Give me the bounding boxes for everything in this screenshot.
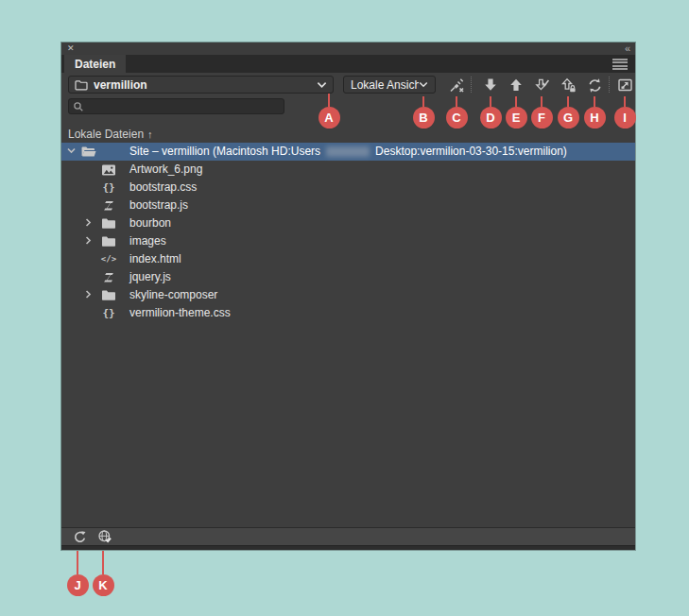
- panel-menu-icon[interactable]: [612, 59, 628, 70]
- arrow-up-filled-icon: [508, 77, 524, 93]
- close-icon[interactable]: ✕: [67, 44, 75, 53]
- annotation-marker-f: F: [531, 107, 553, 128]
- toolbar: vermillion Lokale Ansicht: [61, 73, 635, 97]
- annotation-line-i: [624, 96, 626, 107]
- annotation-line-k: [102, 551, 104, 574]
- annotation-line-e: [515, 96, 517, 107]
- css-file-icon: {}: [100, 180, 117, 196]
- file-row[interactable]: jquery.js: [61, 268, 635, 286]
- collapse-panel-icon[interactable]: «: [625, 44, 629, 53]
- file-row[interactable]: bourbon: [61, 214, 635, 232]
- search-icon: [73, 101, 84, 112]
- folder-icon: [100, 233, 117, 249]
- chevron-down-icon: [317, 81, 327, 89]
- panel-title-strip: ✕ «: [61, 43, 635, 55]
- site-root-label: Site – vermillion (Macintosh HD:UsersDes…: [129, 143, 567, 161]
- file-row[interactable]: Artwork_6.png: [61, 161, 635, 179]
- file-name: images: [129, 232, 166, 250]
- folder-icon: [75, 79, 88, 91]
- tab-dateien[interactable]: Dateien: [64, 55, 126, 73]
- file-row[interactable]: {}bootstrap.css: [61, 179, 635, 197]
- status-bar: [61, 527, 635, 545]
- annotation-marker-c: C: [446, 107, 468, 128]
- local-files-label: Lokale Dateien: [68, 128, 144, 141]
- view-select-dropdown[interactable]: Lokale Ansicht: [343, 76, 436, 94]
- folder-open-icon: [80, 144, 97, 160]
- chevron-down-icon[interactable]: [66, 145, 78, 158]
- arrow-down-filled-icon: [483, 77, 498, 93]
- annotation-line-f: [541, 96, 543, 107]
- js-file-icon: [100, 269, 117, 285]
- file-name: bourbon: [129, 214, 171, 232]
- put-files-button[interactable]: [507, 76, 525, 94]
- file-row[interactable]: {}vermilion-theme.css: [61, 304, 635, 322]
- annotation-marker-d: D: [480, 107, 502, 128]
- folder-icon: [100, 215, 117, 231]
- annotation-line-h: [594, 96, 595, 107]
- arrow-down-check-icon: [534, 77, 550, 94]
- annotation-line-c: [456, 96, 457, 107]
- check-out-files-button[interactable]: [532, 76, 551, 94]
- annotation-line-d: [490, 96, 491, 107]
- screenshot-stage: ✕ « Dateien vermillion Lokale Ansicht: [0, 0, 689, 616]
- refresh-button[interactable]: [71, 529, 88, 544]
- file-name: skyline-composer: [129, 286, 217, 304]
- connect-server-x-icon: [448, 77, 466, 94]
- view-select-value: Lokale Ansicht: [351, 78, 419, 92]
- tab-bar: Dateien: [61, 55, 635, 73]
- annotation-marker-e: E: [506, 107, 527, 128]
- image-file-icon: [100, 162, 117, 178]
- annotation-marker-i: I: [614, 107, 636, 128]
- js-file-icon: [100, 197, 117, 214]
- annotation-line-j: [77, 551, 78, 574]
- expand-panel-icon: [617, 77, 633, 93]
- file-row[interactable]: skyline-composer: [61, 286, 635, 304]
- annotation-marker-b: B: [413, 107, 435, 128]
- redacted-username: [326, 146, 370, 157]
- site-root-row[interactable]: Site – vermillion (Macintosh HD:UsersDes…: [61, 143, 635, 161]
- panel-resize-strip: [61, 545, 635, 550]
- annotation-line-a: [328, 94, 330, 107]
- chevron-right-icon[interactable]: [83, 289, 95, 301]
- search-field[interactable]: [68, 98, 284, 114]
- get-files-button[interactable]: [481, 76, 500, 94]
- check-in-files-button[interactable]: [559, 76, 577, 94]
- file-name: index.html: [129, 250, 181, 268]
- annotation-marker-k: K: [93, 574, 114, 596]
- file-name: Artwork_6.png: [129, 161, 202, 179]
- refresh-icon: [73, 530, 87, 544]
- file-name: jquery.js: [129, 268, 171, 286]
- globe-check-icon: [97, 529, 113, 544]
- annotation-marker-a: A: [319, 107, 340, 128]
- file-name: bootstrap.js: [129, 197, 188, 214]
- file-row[interactable]: images: [61, 232, 635, 250]
- file-tree: Site – vermillion (Macintosh HD:UsersDes…: [61, 143, 635, 527]
- site-log-button[interactable]: [96, 529, 113, 544]
- chevron-right-icon[interactable]: [83, 235, 95, 248]
- site-select-dropdown[interactable]: vermillion: [68, 76, 334, 94]
- sync-arrows-icon: [587, 77, 603, 94]
- html-file-icon: </>: [100, 251, 117, 267]
- toolbar-separator: [609, 77, 610, 93]
- local-files-header[interactable]: Lokale Dateien ↑: [61, 126, 635, 143]
- sort-ascending-icon: ↑: [147, 128, 153, 140]
- annotation-marker-g: G: [558, 107, 579, 128]
- synchronize-button[interactable]: [585, 76, 604, 94]
- annotation-line-g: [567, 96, 569, 107]
- chevron-right-icon[interactable]: [83, 217, 95, 230]
- arrow-up-lock-icon: [560, 77, 577, 94]
- annotation-marker-h: H: [584, 107, 606, 128]
- css-file-icon: {}: [100, 305, 117, 321]
- file-row[interactable]: bootstrap.js: [61, 197, 635, 214]
- toolbar-separator: [471, 77, 472, 93]
- annotation-line-b: [422, 96, 424, 107]
- expand-panel-button[interactable]: [615, 76, 634, 94]
- chevron-down-icon: [419, 81, 428, 88]
- file-name: vermilion-theme.css: [129, 304, 231, 322]
- search-input[interactable]: [88, 100, 280, 113]
- connect-remote-server-button[interactable]: [447, 76, 466, 94]
- file-row[interactable]: </>index.html: [61, 250, 635, 268]
- folder-icon: [100, 287, 117, 303]
- annotation-marker-j: J: [67, 574, 89, 596]
- site-select-value: vermillion: [94, 78, 317, 92]
